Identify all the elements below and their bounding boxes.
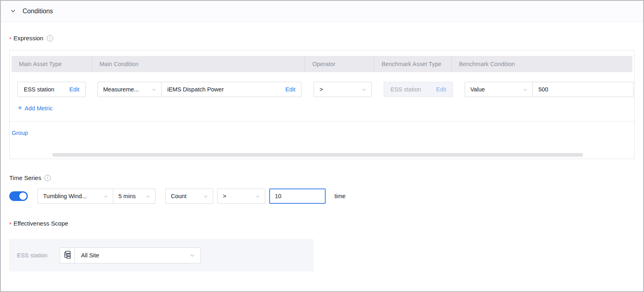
column-header-main-condition: Main Condition xyxy=(92,56,305,72)
aggregator-select[interactable]: Count xyxy=(165,188,213,204)
site-select[interactable]: All Site xyxy=(75,247,201,263)
add-metric-label: Add Metric xyxy=(25,105,52,112)
conditions-panel: Conditions * Expression i Main Asset Typ… xyxy=(0,0,644,292)
benchmark-value: 500 xyxy=(538,86,548,93)
horizontal-scrollbar xyxy=(10,151,634,159)
add-metric-button[interactable]: + Add Metric xyxy=(18,104,52,112)
column-header-benchmark-condition: Benchmark Condition xyxy=(452,56,632,72)
main-asset-edit-link[interactable]: Edit xyxy=(69,86,79,93)
required-marker: * xyxy=(9,221,11,228)
time-series-label: Time Series i xyxy=(9,174,635,181)
chevron-down-icon[interactable] xyxy=(10,8,16,14)
table-top-spacer xyxy=(10,50,634,56)
window-interval-select[interactable]: 5 mins xyxy=(113,189,155,203)
window-type-select[interactable]: Tumbling Wind... xyxy=(38,189,113,203)
column-header-benchmark-asset-type: Benchmark Asset Type xyxy=(374,56,452,72)
chevron-down-icon xyxy=(523,87,528,92)
chevron-down-icon xyxy=(204,194,208,199)
info-icon[interactable]: i xyxy=(44,175,51,181)
section-title: Conditions xyxy=(23,8,53,15)
main-condition-group: Measureme... iEMS Dispatch Power Edit xyxy=(98,82,301,97)
plus-icon: + xyxy=(18,104,22,112)
threshold-unit-label: time xyxy=(334,193,345,199)
group-area: Group xyxy=(10,121,634,151)
effectiveness-scope-panel: ESS station All Site xyxy=(9,239,314,271)
main-asset-type-box: ESS station Edit xyxy=(17,82,86,97)
expression-table: Main Asset Type Main Condition Operator … xyxy=(9,50,635,159)
asset-tree-icon xyxy=(63,251,71,260)
group-button[interactable]: Group xyxy=(12,130,28,136)
scrollbar-thumb[interactable] xyxy=(52,153,583,157)
condition-type-select[interactable]: Measureme... xyxy=(98,82,162,97)
condition-metric-box: iEMS Dispatch Power Edit xyxy=(162,86,301,93)
time-series-operator-value: > xyxy=(223,193,226,199)
chevron-down-icon xyxy=(104,194,108,199)
required-marker: * xyxy=(9,36,11,42)
scope-selector-group: All Site xyxy=(60,247,201,263)
effectiveness-scope-label-text: Effectiveness Scope xyxy=(13,220,68,227)
threshold-input[interactable] xyxy=(269,188,326,204)
condition-type-value: Measureme... xyxy=(103,86,139,93)
chevron-down-icon xyxy=(256,194,260,199)
expression-row: ESS station Edit Measureme... iEMS Dispa… xyxy=(10,72,634,121)
time-series-operator-select[interactable]: > xyxy=(217,188,265,204)
window-interval-value: 5 mins xyxy=(118,193,136,199)
time-series-label-text: Time Series xyxy=(9,174,41,181)
expression-label-text: Expression xyxy=(13,35,43,41)
toggle-knob xyxy=(19,193,27,200)
benchmark-asset-type-value: ESS station xyxy=(391,86,421,93)
chevron-down-icon xyxy=(190,253,195,258)
chevron-down-icon xyxy=(362,87,366,92)
benchmark-condition-group: Value 500 xyxy=(465,82,634,97)
operator-select[interactable]: > xyxy=(314,82,372,97)
benchmark-type-value: Value xyxy=(470,86,485,93)
benchmark-value-field[interactable]: 500 xyxy=(533,86,633,93)
operator-value: > xyxy=(320,86,323,93)
conditions-section-header[interactable]: Conditions xyxy=(1,1,643,22)
time-series-row: Tumbling Wind... 5 mins Count xyxy=(9,188,635,204)
window-group: Tumbling Wind... 5 mins xyxy=(37,188,156,204)
table-header-row: Main Asset Type Main Condition Operator … xyxy=(12,56,632,72)
conditions-content: * Expression i Main Asset Type Main Cond… xyxy=(1,35,643,271)
asset-tree-button[interactable] xyxy=(60,247,75,263)
window-type-value: Tumbling Wind... xyxy=(43,193,87,199)
effectiveness-scope-label: * Effectiveness Scope xyxy=(9,220,635,227)
benchmark-asset-edit-link: Edit xyxy=(436,86,446,93)
info-icon[interactable]: i xyxy=(47,35,53,41)
time-series-toggle[interactable] xyxy=(9,191,28,201)
chevron-down-icon xyxy=(152,87,156,92)
main-asset-type-value: ESS station xyxy=(24,86,54,93)
expression-label: * Expression i xyxy=(9,35,635,41)
condition-edit-link[interactable]: Edit xyxy=(285,86,295,93)
aggregator-value: Count xyxy=(171,193,187,199)
benchmark-asset-type-box: ESS station Edit xyxy=(384,82,453,97)
column-header-main-asset-type: Main Asset Type xyxy=(12,56,92,72)
chevron-down-icon xyxy=(146,194,150,199)
condition-metric-value: iEMS Dispatch Power xyxy=(167,86,224,93)
column-header-operator: Operator xyxy=(305,56,374,72)
site-select-value: All Site xyxy=(81,252,99,259)
benchmark-type-select[interactable]: Value xyxy=(465,82,533,97)
scope-asset-type-label: ESS station xyxy=(17,252,51,259)
